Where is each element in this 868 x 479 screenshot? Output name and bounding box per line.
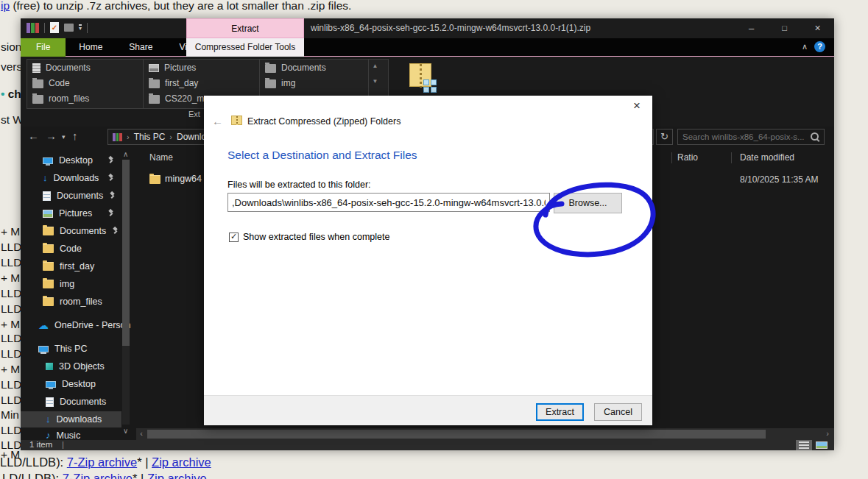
contextual-tab-extract[interactable]: Extract: [186, 18, 304, 38]
maximize-button[interactable]: □: [768, 18, 801, 38]
destination-label: img: [281, 76, 295, 91]
destination-icon: [149, 95, 160, 104]
sidebar-item[interactable]: Pictures: [21, 205, 121, 221]
cancel-button[interactable]: Cancel: [594, 403, 642, 421]
breadcrumb-this-pc[interactable]: This PC: [134, 132, 166, 142]
gallery-destination-item[interactable]: img: [260, 76, 368, 91]
breadcrumb-downloads[interactable]: Downlo: [177, 132, 206, 142]
file-row-name[interactable]: mingw64: [165, 174, 202, 184]
sidebar-item[interactable]: This PC: [21, 341, 121, 357]
back-icon[interactable]: ←: [28, 129, 39, 142]
browse-button[interactable]: Browse...: [554, 193, 622, 213]
ribbon-tab[interactable]: Home: [66, 38, 116, 57]
properties-check-icon[interactable]: ✓: [50, 22, 59, 33]
minimize-button[interactable]: –: [735, 18, 768, 38]
sidebar-item[interactable]: Desktop: [21, 152, 121, 168]
horizontal-scrollbar[interactable]: ‹ ›: [136, 428, 834, 440]
item-count: 1 item: [29, 440, 52, 449]
sidebar-item-label: img: [60, 279, 74, 289]
scroll-right-icon[interactable]: ›: [822, 429, 833, 438]
icon-part: [113, 133, 116, 141]
sidebar-item[interactable]: Downloads: [21, 411, 121, 427]
column-header-ratio[interactable]: Ratio: [677, 152, 698, 163]
zip-archive-link[interactable]: Zip archive: [147, 472, 207, 479]
sidebar-item-icon: [43, 191, 51, 201]
extract-button[interactable]: Extract: [536, 403, 584, 421]
divider: [87, 23, 88, 33]
sidebar-item-label: Downloads: [57, 414, 102, 425]
gallery-destination-item[interactable]: Documents: [260, 60, 368, 76]
large-icons-view-button[interactable]: [814, 440, 830, 450]
icon-part: [423, 87, 429, 93]
sidebar-scrollbar[interactable]: [122, 160, 130, 425]
sidebar-item[interactable]: room_files: [21, 294, 121, 310]
gallery-destination-item[interactable]: Pictures: [144, 60, 259, 76]
up-icon[interactable]: ↑: [72, 129, 78, 142]
page-text-fragment: + M: [1, 363, 20, 376]
dialog-back-icon[interactable]: ←: [212, 115, 223, 127]
sidebar-item[interactable]: Desktop: [21, 376, 121, 392]
gallery-destination-item[interactable]: room_files: [27, 91, 143, 107]
refresh-button[interactable]: ↻: [656, 129, 673, 145]
search-input[interactable]: [682, 129, 808, 144]
gallery-destination-item[interactable]: first_day: [144, 76, 259, 91]
column-header-date-modified[interactable]: Date modified: [740, 152, 794, 163]
seven-zip-archive-link[interactable]: 7-Zip archive: [67, 455, 137, 469]
seven-zip-archive-link[interactable]: 7-Zip archive: [63, 472, 133, 479]
close-button[interactable]: ×: [801, 18, 834, 38]
sidebar-item[interactable]: Documents: [21, 223, 121, 239]
details-view-button[interactable]: [796, 440, 812, 450]
recent-locations-chevron-icon[interactable]: ▾: [62, 133, 66, 141]
breadcrumb-separator-icon: ›: [127, 132, 130, 141]
page-text-fragment: + M: [1, 272, 20, 285]
ribbon-tab[interactable]: File: [21, 38, 66, 57]
sidebar-item[interactable]: OneDrive - Person: [21, 317, 121, 333]
file-row-date-modified: 8/10/2025 11:35 AM: [740, 174, 819, 185]
page-text-fragment: vers: [1, 60, 22, 74]
show-files-checkbox-row[interactable]: Show extracted files when complete: [229, 232, 389, 242]
search-icon: [811, 132, 820, 142]
help-icon[interactable]: ?: [814, 41, 825, 52]
gallery-scroll-down-icon[interactable]: ▼: [373, 78, 378, 85]
qat-customize-chevron-icon[interactable]: ▾: [79, 24, 82, 31]
column-header-name[interactable]: Name: [149, 152, 173, 163]
folder-icon[interactable]: [64, 24, 74, 32]
gallery-destination-item[interactable]: Code: [27, 76, 143, 91]
sidebar-scrollbar-thumb[interactable]: [122, 160, 130, 346]
forward-icon[interactable]: →: [46, 129, 57, 142]
sidebar-item-label: Downloads: [54, 173, 99, 183]
gallery-destination-item[interactable]: Documents: [27, 60, 143, 76]
dialog-close-icon[interactable]: ×: [633, 99, 641, 113]
sidebar-scroll-down-icon[interactable]: ∨: [123, 427, 128, 435]
sidebar-item[interactable]: first_day: [21, 258, 121, 274]
ribbon-collapse-icon[interactable]: ∧: [802, 42, 808, 52]
sidebar-item[interactable]: Documents: [21, 188, 121, 204]
scroll-left-icon[interactable]: ‹: [136, 429, 147, 438]
destination-label: Code: [49, 76, 70, 91]
ribbon-tab[interactable]: Compressed Folder Tools: [186, 38, 304, 57]
horizontal-scrollbar-thumb[interactable]: [147, 430, 766, 439]
sidebar-item-icon: [43, 174, 48, 182]
ribbon-tab[interactable]: Share: [116, 38, 166, 57]
icon-part: [423, 79, 429, 85]
gallery-scroll-up-icon[interactable]: ▲: [373, 63, 378, 69]
checkbox-checked-icon[interactable]: [229, 233, 239, 242]
sidebar-item[interactable]: Downloads: [21, 170, 121, 186]
status-divider: |: [62, 440, 64, 449]
sidebar-item[interactable]: img: [21, 276, 121, 292]
page-text: LLD/LLDB):: [0, 455, 67, 469]
destination-path-input[interactable]: [227, 193, 550, 212]
sidebar-item[interactable]: 3D Objects: [21, 358, 121, 375]
sidebar-item-icon: [43, 297, 54, 306]
sidebar-item-icon: [46, 363, 53, 370]
zip-archive-link[interactable]: Zip archive: [152, 455, 211, 469]
destination-label: Documents: [281, 60, 326, 76]
page-link-fragment[interactable]: ip: [1, 0, 10, 12]
sidebar-item[interactable]: Documents: [21, 394, 121, 410]
sidebar-item-label: Code: [60, 244, 82, 254]
pin-icon: [107, 174, 114, 182]
sidebar-item[interactable]: Code: [21, 241, 121, 257]
sidebar-scroll-up-icon[interactable]: ∧: [123, 150, 128, 158]
page-text: |: [137, 472, 147, 479]
destination-icon: [149, 79, 160, 88]
